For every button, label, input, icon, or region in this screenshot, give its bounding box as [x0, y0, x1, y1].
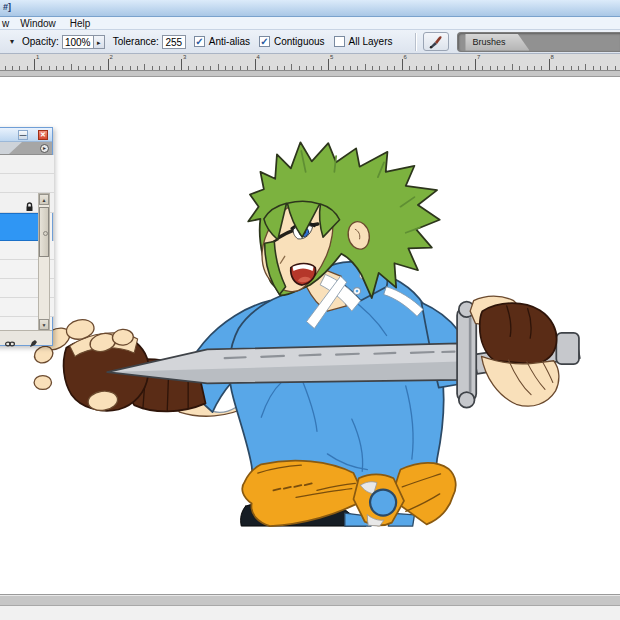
window-titlebar[interactable]: #]: [0, 0, 620, 17]
contiguous-checkbox[interactable]: ✓: [259, 36, 270, 47]
all-layers-checkbox[interactable]: [334, 36, 345, 47]
sash-ring: [370, 490, 396, 516]
horizontal-scrollbar-strip[interactable]: [0, 594, 620, 606]
layers-tab[interactable]: [0, 142, 9, 154]
horizontal-ruler[interactable]: 12345678: [0, 54, 620, 71]
menu-item-fragment[interactable]: w: [0, 18, 13, 29]
minimize-icon[interactable]: —: [18, 130, 28, 140]
finger-edge-2: [34, 376, 51, 390]
all-layers-label: All Layers: [349, 36, 393, 47]
right-glove: [480, 303, 557, 364]
anti-alias-option: ✓ Anti-alias: [194, 36, 250, 47]
layers-panel-tab-row: ▸: [0, 142, 52, 155]
layers-scrollbar[interactable]: ▲ ▼: [38, 193, 50, 331]
scroll-down-icon[interactable]: ▼: [39, 319, 49, 330]
opacity-slider-arrow-icon[interactable]: ▸: [94, 35, 105, 49]
tolerance-label: Tolerance:: [113, 36, 159, 47]
window-title-fragment: #]: [3, 2, 11, 12]
sword-pommel: [556, 333, 579, 364]
fill-source-dropdown-icon[interactable]: ▾: [10, 37, 14, 46]
anti-alias-checkbox[interactable]: ✓: [194, 36, 205, 47]
scroll-up-icon[interactable]: ▲: [39, 194, 49, 205]
close-icon[interactable]: ✕: [38, 130, 48, 140]
layers-panel-titlebar[interactable]: — ✕: [0, 128, 52, 142]
tolerance-input[interactable]: 255: [162, 35, 186, 49]
anti-alias-label: Anti-alias: [209, 36, 250, 47]
layers-panel-footer: [0, 330, 52, 345]
tab-brushes[interactable]: Brushes: [465, 34, 529, 51]
contiguous-option: ✓ Contiguous: [259, 36, 325, 47]
document-canvas[interactable]: [0, 77, 620, 594]
status-bar: [0, 606, 620, 620]
layer-lock-row[interactable]: [0, 174, 54, 193]
palette-well: Brushes: [457, 32, 620, 52]
layer-options-row[interactable]: [0, 155, 54, 174]
menu-item-window[interactable]: Window: [13, 18, 63, 29]
link-icon[interactable]: [5, 334, 15, 352]
tool-options-bar: ▾ Opacity: 100% ▸ Tolerance: 255 ✓ Anti-…: [0, 30, 620, 54]
opacity-label: Opacity:: [22, 36, 59, 47]
opacity-input[interactable]: 100%: [62, 35, 94, 49]
artwork-anime-swordsman: [0, 77, 620, 594]
all-layers-option: All Layers: [334, 36, 393, 47]
selected-layer-row[interactable]: [0, 213, 40, 241]
layers-panel: — ✕ ▸ ▲ ▼: [0, 127, 53, 346]
contiguous-label: Contiguous: [274, 36, 325, 47]
scrollbar-thumb[interactable]: [39, 207, 49, 257]
layers-tab-edge: [9, 142, 22, 154]
layers-list: ▲ ▼: [0, 155, 52, 331]
panel-menu-icon[interactable]: ▸: [40, 144, 49, 153]
menu-item-help[interactable]: Help: [63, 18, 98, 29]
brush-icon: [428, 35, 444, 49]
crossguard: [457, 307, 476, 403]
crossguard-bottom-knob: [459, 392, 475, 408]
options-separator: [415, 33, 417, 51]
toggle-brushes-palette-button[interactable]: [423, 32, 449, 51]
photoshop-window: #] w Window Help ▾ Opacity: 100% ▸ Toler…: [0, 0, 620, 620]
pen-icon[interactable]: [29, 334, 38, 352]
menu-bar: w Window Help: [0, 17, 620, 30]
